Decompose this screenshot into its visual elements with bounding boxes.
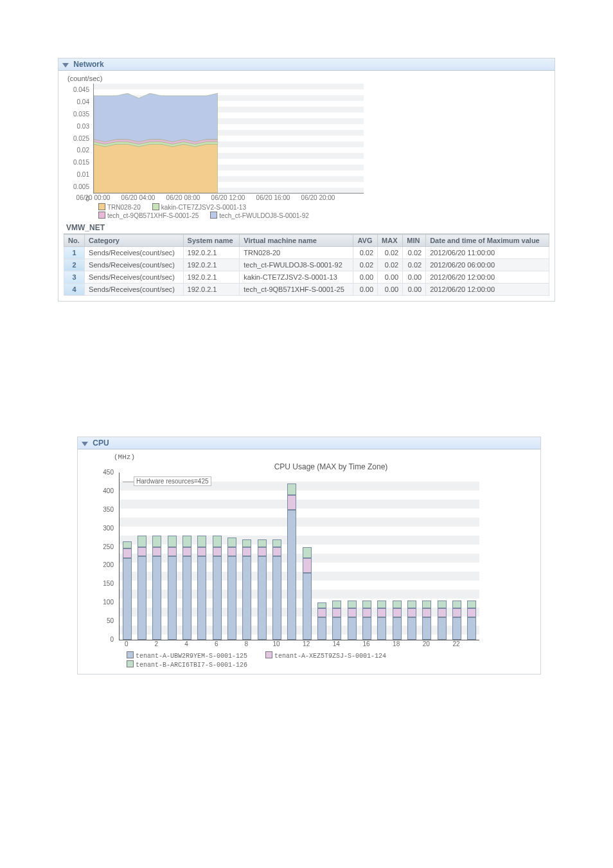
table-column-header[interactable]: MAX [378, 235, 403, 247]
area-series [94, 93, 218, 142]
bar-segment [168, 547, 177, 556]
vmw-net-subheader: VMW_NET [64, 219, 549, 234]
table-cell: 2012/06/20 06:00:00 [426, 259, 549, 271]
legend-swatch [210, 212, 217, 219]
legend-swatch [152, 203, 159, 210]
table-column-header[interactable]: System name [183, 235, 240, 247]
bar-segment [152, 556, 161, 640]
legend-item: tenant-A-UBW2R9YEM-S-0001-125 [127, 651, 247, 660]
network-panel-header[interactable]: Network [58, 59, 555, 71]
collapse-icon[interactable] [82, 442, 88, 446]
bar-segment [317, 602, 326, 608]
table-cell: 0.02 [353, 259, 378, 271]
table-cell: 192.0.2.1 [183, 284, 240, 296]
x-tick: 06/20 12:00 [211, 194, 245, 201]
table-column-header[interactable]: No. [64, 235, 85, 247]
cpu-chart-title: CPU Usage (MAX by Time Zone) [127, 462, 535, 471]
legend-item: kakin-CTE7ZJSV2-S-0001-13 [152, 203, 246, 211]
legend-swatch [98, 212, 105, 219]
table-row[interactable]: 1Sends/Receives(count/sec)192.0.2.1TRN02… [64, 247, 549, 259]
x-tick: 06/20 00:00 [76, 194, 111, 201]
bar-segment [272, 547, 281, 556]
network-legend: TRN028-20kakin-CTE7ZJSV2-S-0001-13tech_c… [98, 203, 349, 219]
network-y-ticks: 00.0050.010.0150.020.0250.030.0350.040.0… [66, 90, 91, 204]
x-tick: 6 [215, 640, 218, 647]
cpu-panel-title: CPU [93, 439, 109, 448]
table-cell: 2 [64, 259, 85, 271]
bar-segment [152, 536, 161, 547]
area-series [94, 144, 218, 193]
bar-segment [438, 617, 447, 640]
y-tick: 300 [88, 525, 114, 532]
table-cell: 2012/06/20 11:00:00 [426, 247, 549, 259]
legend-item: tech_ct-9QB571XHF-S-0001-25 [98, 211, 199, 219]
table-cell: 0.00 [403, 284, 426, 296]
x-tick: 0 [125, 640, 129, 647]
x-tick: 14 [333, 640, 340, 647]
table-column-header[interactable]: Virtual machine name [240, 235, 353, 247]
y-tick: 400 [88, 487, 114, 494]
table-cell: 0.02 [378, 259, 403, 271]
table-cell: 0.02 [403, 259, 426, 271]
table-cell: 0.02 [353, 247, 378, 259]
table-row[interactable]: 4Sends/Receives(count/sec)192.0.2.1tech_… [64, 284, 549, 296]
bar-segment [272, 539, 281, 547]
network-panel-title: Network [73, 60, 103, 69]
y-tick: 50 [88, 617, 114, 624]
legend-item: tech_ct-FWULDOJ8-S-0001-92 [210, 211, 309, 219]
legend-item: tenant-B-ARCI6TBI7-S-0001-126 [127, 660, 247, 669]
y-tick: 350 [88, 506, 114, 513]
table-cell: tech_ct-9QB571XHF-S-0001-25 [240, 284, 353, 296]
table-cell: 1 [64, 247, 85, 259]
table-cell: kakin-CTE7ZJSV2-S-0001-13 [240, 271, 353, 284]
bar-segment [348, 601, 357, 608]
table-column-header[interactable]: Category [85, 235, 184, 247]
collapse-icon[interactable] [62, 63, 69, 68]
bar-segment [303, 573, 312, 640]
cpu-y-label: (MHz) [114, 453, 535, 461]
bar-segment [213, 536, 222, 547]
table-row[interactable]: 3Sends/Receives(count/sec)192.0.2.1kakin… [64, 271, 549, 284]
bar-segment [197, 547, 206, 556]
bar-segment [258, 547, 267, 556]
y-tick: 0.01 [66, 171, 89, 178]
cpu-panel: CPU (MHz) CPU Usage (MAX by Time Zone) 0… [77, 437, 541, 674]
bar-segment [287, 510, 296, 640]
x-tick: 4 [184, 640, 188, 647]
bar-segment [123, 558, 132, 640]
table-cell: 192.0.2.1 [183, 271, 240, 284]
table-column-header[interactable]: MIN [403, 235, 426, 247]
bar-segment [138, 536, 147, 547]
table-cell: 0.00 [378, 284, 403, 296]
network-y-label: (count/sec) [67, 75, 549, 82]
bar-segment [317, 617, 326, 640]
table-row[interactable]: 2Sends/Receives(count/sec)192.0.2.1tech_… [64, 259, 549, 271]
x-tick: 06/20 04:00 [121, 194, 155, 201]
bar-segment [348, 608, 357, 617]
x-tick: 12 [303, 640, 310, 647]
table-cell: Sends/Receives(count/sec) [85, 259, 184, 271]
table-column-header[interactable]: AVG [353, 235, 378, 247]
x-tick: 8 [245, 640, 249, 647]
bar-segment [152, 547, 161, 556]
bar-segment [393, 608, 402, 617]
bar-segment [332, 617, 341, 640]
bar-segment [272, 556, 281, 640]
x-tick: 10 [272, 640, 280, 647]
bar-segment [393, 617, 402, 640]
bar-segment [362, 601, 371, 608]
cpu-panel-header[interactable]: CPU [78, 437, 540, 449]
y-tick: 0.02 [66, 147, 89, 154]
bar-segment [168, 536, 177, 547]
network-panel: Network (count/sec) Count for Data Sent/… [58, 58, 555, 302]
x-tick: 20 [423, 640, 430, 647]
table-cell: 0.02 [403, 247, 426, 259]
y-tick: 0.04 [66, 98, 89, 105]
legend-swatch [265, 651, 272, 658]
y-tick: 0.005 [66, 183, 89, 190]
y-tick: 250 [88, 543, 114, 550]
table-column-header[interactable]: Date and time of Maximum value [426, 235, 549, 247]
bar-segment [227, 538, 236, 547]
bar-segment [317, 608, 326, 617]
legend-item: tenant-A-XEZ5T9ZSJ-S-0001-124 [265, 651, 386, 660]
